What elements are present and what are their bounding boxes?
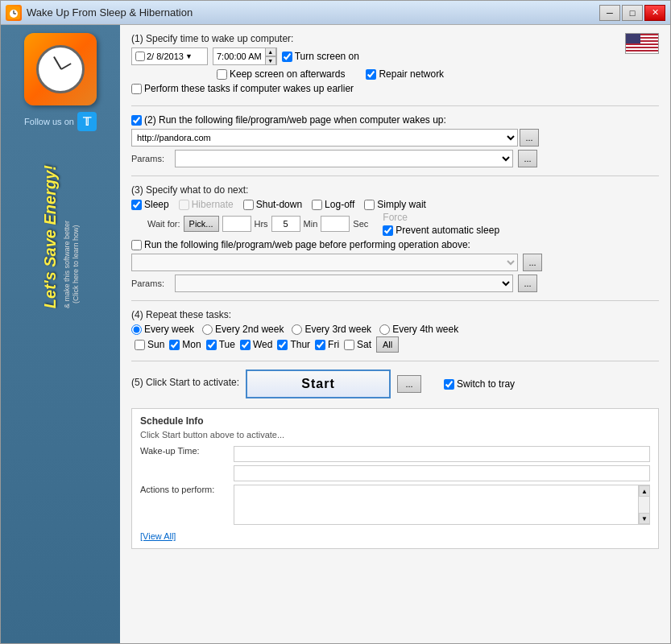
close-button[interactable]: ✕ bbox=[644, 5, 665, 21]
switch-tray-wrap: Switch to tray bbox=[444, 378, 515, 390]
mon-checkbox[interactable] bbox=[169, 340, 180, 350]
section-2: (2) Run the following file/program/web p… bbox=[131, 114, 659, 167]
twitter-icon[interactable]: 𝕋 bbox=[77, 112, 97, 131]
banner-sub-text: & make this software better(Click here t… bbox=[63, 221, 81, 308]
date-dropdown-icon[interactable]: ▼ bbox=[185, 52, 193, 60]
scroll-up-btn[interactable]: ▲ bbox=[639, 485, 650, 497]
save-energy-banner[interactable]: Let's Save Energy! & make this software … bbox=[41, 165, 81, 308]
section-5: (5) Click Start to activate: Start ... S… bbox=[131, 369, 659, 398]
sleep-checkbox[interactable] bbox=[131, 200, 142, 210]
params-browse-btn-2[interactable]: ... bbox=[518, 275, 537, 292]
every-2nd-radio[interactable] bbox=[202, 324, 213, 335]
run-before-browse-btn[interactable]: ... bbox=[523, 254, 542, 271]
sun-wrap: Sun bbox=[135, 339, 164, 350]
url-select[interactable]: http://pandora.com bbox=[131, 129, 518, 147]
prevent-sleep-checkbox[interactable] bbox=[383, 225, 393, 236]
run-before-checkbox[interactable] bbox=[131, 240, 142, 250]
time-input[interactable]: 7:00:00 AM ▲ ▼ bbox=[213, 47, 277, 65]
min-input[interactable] bbox=[271, 216, 300, 232]
all-days-btn[interactable]: All bbox=[376, 336, 399, 353]
wakeup-time-label: Wake-up Time: bbox=[140, 446, 229, 456]
follow-label: Follow us on bbox=[24, 117, 74, 126]
title-bar-left: Wake Up From Sleep & Hibernation bbox=[6, 5, 193, 21]
run-file-wrap: (2) Run the following file/program/web p… bbox=[131, 114, 446, 126]
scroll-down-btn[interactable]: ▼ bbox=[639, 513, 650, 524]
content-area: Follow us on 𝕋 Let's Save Energy! & make… bbox=[1, 25, 670, 643]
params-row-2: Params: ... bbox=[131, 275, 659, 292]
wakeup-time-value-2 bbox=[234, 465, 650, 481]
date-enable-checkbox[interactable] bbox=[135, 52, 145, 61]
sec-input[interactable] bbox=[321, 216, 350, 232]
flag-icon[interactable] bbox=[625, 33, 659, 54]
keep-screen-checkbox[interactable] bbox=[217, 69, 227, 80]
main-window: Wake Up From Sleep & Hibernation ─ □ ✕ F… bbox=[0, 0, 671, 644]
run-file-checkbox[interactable] bbox=[131, 115, 142, 126]
section-3: (3) Specify what to do next: Sleep Hiber… bbox=[131, 184, 659, 292]
minimize-button[interactable]: ─ bbox=[599, 5, 620, 21]
wakeup-time-value bbox=[234, 446, 650, 462]
perform-tasks-checkbox[interactable] bbox=[131, 84, 142, 94]
time-down-btn[interactable]: ▼ bbox=[265, 56, 276, 65]
switch-tray-checkbox[interactable] bbox=[444, 379, 454, 390]
thur-label: Thur bbox=[290, 339, 310, 350]
every-week-radio[interactable] bbox=[131, 324, 142, 335]
banner-main-text: Let's Save Energy! bbox=[41, 165, 60, 308]
wed-wrap: Wed bbox=[240, 339, 272, 350]
window-title: Wake Up From Sleep & Hibernation bbox=[27, 6, 193, 19]
schedule-info: Schedule Info Click Start button above t… bbox=[131, 408, 659, 549]
sat-checkbox[interactable] bbox=[344, 340, 354, 350]
tue-label: Tue bbox=[219, 339, 235, 350]
start-browse-btn[interactable]: ... bbox=[397, 375, 421, 393]
hibernate-label: Hibernate bbox=[192, 199, 234, 210]
fri-checkbox[interactable] bbox=[315, 340, 325, 350]
mon-wrap: Mon bbox=[169, 339, 201, 350]
turn-screen-checkbox[interactable] bbox=[282, 52, 292, 62]
section2-label: (2) Run the following file/program/web p… bbox=[144, 114, 446, 126]
simply-wait-checkbox[interactable] bbox=[364, 200, 375, 210]
logoff-wrap: Log-off bbox=[312, 199, 354, 210]
schedule-info-title: Schedule Info bbox=[140, 415, 650, 427]
shutdown-checkbox[interactable] bbox=[243, 200, 254, 210]
actions-label: Actions to perform: bbox=[140, 485, 229, 494]
pick-btn[interactable]: Pick... bbox=[184, 216, 219, 232]
sidebar-logo bbox=[24, 33, 97, 105]
every-3rd-label: Every 3rd week bbox=[304, 324, 371, 335]
thur-checkbox[interactable] bbox=[277, 340, 288, 350]
min-label: Min bbox=[304, 219, 318, 229]
date-input[interactable]: 2/ 8/2013 ▼ bbox=[131, 47, 208, 65]
params-browse-btn-1[interactable]: ... bbox=[518, 150, 537, 167]
tue-wrap: Tue bbox=[206, 339, 235, 350]
url-browse-btn[interactable]: ... bbox=[520, 129, 539, 147]
every-4th-label: Every 4th week bbox=[392, 324, 458, 335]
perform-tasks-wrap: Perform these tasks if computer wakes up… bbox=[131, 83, 354, 94]
actions-row: Actions to perform: ▲ ▼ bbox=[140, 485, 650, 525]
every-4th-radio[interactable] bbox=[379, 324, 390, 335]
every-3rd-radio[interactable] bbox=[292, 324, 302, 335]
start-button[interactable]: Start bbox=[246, 369, 391, 398]
params-label-2: Params: bbox=[131, 279, 170, 288]
params-select-1[interactable] bbox=[175, 150, 513, 167]
run-before-select[interactable] bbox=[131, 254, 518, 271]
simply-wait-wrap: Simply wait bbox=[364, 199, 426, 210]
view-all-link[interactable]: [View All] bbox=[140, 531, 176, 541]
every-week-label: Every week bbox=[144, 324, 194, 335]
hibernate-checkbox[interactable] bbox=[179, 200, 189, 210]
section-1: (1) Specify time to wake up computer: 2/… bbox=[131, 33, 659, 97]
hrs-input[interactable] bbox=[222, 216, 251, 232]
keep-screen-wrap: Keep screen on afterwards bbox=[217, 68, 345, 80]
actions-value: ▲ ▼ bbox=[234, 485, 650, 525]
tue-checkbox[interactable] bbox=[206, 340, 217, 350]
sec-label: Sec bbox=[353, 219, 368, 229]
every-2nd-wrap: Every 2nd week bbox=[202, 324, 284, 335]
params-select-2[interactable] bbox=[175, 275, 513, 292]
simply-wait-label: Simply wait bbox=[377, 199, 426, 210]
maximize-button[interactable]: □ bbox=[622, 5, 643, 21]
hibernate-wrap: Hibernate bbox=[179, 199, 234, 210]
time-up-btn[interactable]: ▲ bbox=[265, 47, 276, 56]
logoff-label: Log-off bbox=[325, 199, 354, 210]
sun-checkbox[interactable] bbox=[135, 340, 145, 350]
logoff-checkbox[interactable] bbox=[312, 200, 322, 210]
wed-label: Wed bbox=[253, 339, 272, 350]
repair-network-checkbox[interactable] bbox=[366, 69, 376, 80]
wed-checkbox[interactable] bbox=[240, 340, 251, 350]
